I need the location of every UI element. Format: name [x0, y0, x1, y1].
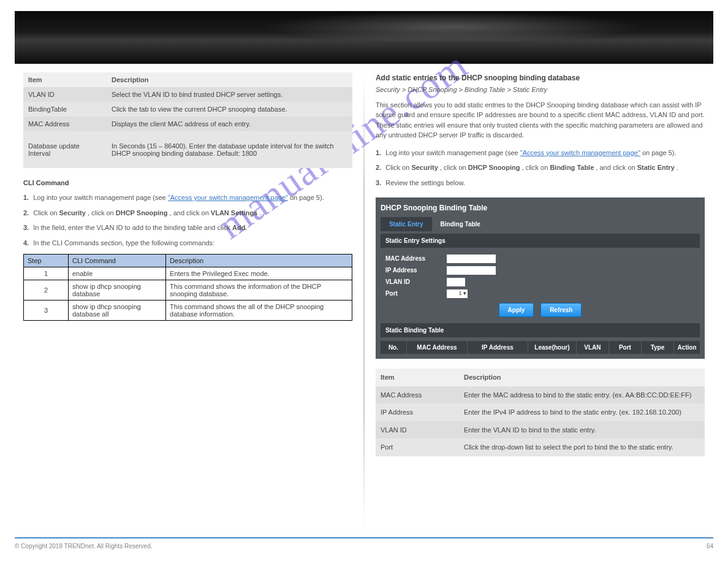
kv-key-1: BindingTable — [23, 102, 107, 117]
grid-step-1: 2 — [24, 280, 69, 301]
grid-cmd-1: show ip dhcp snooping database — [69, 280, 166, 301]
rkv-key-0: MAC Address — [376, 386, 459, 404]
page-banner — [15, 11, 713, 64]
field-label-vlan: VLAN ID — [385, 277, 447, 286]
tab-static-entry[interactable]: Static Entry — [381, 217, 432, 231]
grid-cmd-0: enable — [69, 267, 166, 280]
figure-title: DHCP Snooping Binding Table — [381, 202, 700, 213]
rkv-val-1: Enter the IPv4 IP address to bind to the… — [459, 404, 705, 421]
link-access-mgmt-right[interactable]: "Access your switch management page" — [520, 149, 640, 156]
right-column: Add static entries to the DHCP snooping … — [367, 72, 713, 529]
footer-copyright: © Copyright 2018 TRENDnet. All Rights Re… — [15, 543, 153, 550]
kv-head-desc: Description — [107, 72, 352, 87]
grid-desc-2: This command shows the all of the DHCP s… — [166, 301, 352, 321]
right-step-2: 2. Click on Security , click on DHCP Sno… — [376, 163, 705, 173]
grid-desc-1: This command shows the information of th… — [166, 280, 352, 301]
rkv-val-2: Enter the VLAN ID to bind to the static … — [459, 421, 705, 439]
rkv-key-1: IP Address — [376, 404, 459, 421]
apply-button[interactable]: Apply — [499, 303, 534, 317]
grid-desc-0: Enters the Privileged Exec mode. — [166, 267, 352, 280]
input-mac-address[interactable] — [447, 255, 496, 263]
kv-val-2: Displays the client MAC address of each … — [107, 117, 352, 131]
rkv-head-item: Item — [376, 369, 459, 386]
rkv-head-desc: Description — [459, 369, 705, 386]
grid-head-step: Step — [24, 255, 69, 267]
kv-val-1: Click the tab to view the current DHCP s… — [107, 102, 352, 117]
column-divider — [363, 72, 365, 529]
field-label-ip: IP Address — [385, 266, 447, 275]
field-label-port: Port — [385, 289, 447, 298]
panel-static-binding-table: Static Binding Table — [381, 323, 700, 337]
left-step-1: 1. Log into your switch management page … — [23, 193, 352, 203]
footer-page-number: 64 — [707, 543, 713, 550]
left-step-2: 2. Click on Security , click on DHCP Sno… — [23, 208, 352, 218]
rkv-key-2: VLAN ID — [376, 421, 459, 439]
right-heading-1: Add static entries to the DHCP snooping … — [376, 72, 705, 83]
kv-head-item: Item — [23, 72, 107, 87]
select-port[interactable]: 1 ▾ — [447, 289, 468, 298]
kv-val-3: In Seconds (15 – 86400). Enter the datab… — [107, 131, 352, 168]
right-kv-table: Item Description MAC Address Enter the M… — [376, 369, 705, 456]
tab-binding-table[interactable]: Binding Table — [432, 217, 489, 231]
cli-section-title: CLI Command — [23, 179, 352, 186]
left-step-3: 3. In the field, enter the VLAN ID to ad… — [23, 223, 352, 233]
figure-table-header: No. MAC Address IP Address Lease(hour) V… — [381, 341, 700, 354]
input-vlan-id[interactable] — [447, 278, 465, 286]
kv-key-0: VLAN ID — [23, 87, 107, 102]
kv-val-0: Select the VLAN ID to bind trusted DHCP … — [107, 87, 352, 102]
rkv-key-3: Port — [376, 439, 459, 456]
grid-step-2: 3 — [24, 301, 69, 321]
banner-shine — [259, 11, 643, 43]
rkv-val-3: Click the drop-down list to select the p… — [459, 439, 705, 456]
grid-head-desc: Description — [166, 255, 352, 267]
left-kv-table: Item Description VLAN ID Select the VLAN… — [23, 72, 352, 168]
footer-divider — [15, 537, 713, 538]
right-step-3: 3. Review the settings below. — [376, 178, 705, 188]
input-ip-address[interactable] — [447, 266, 496, 275]
grid-cmd-2: show ip dhcp snooping database all — [69, 301, 166, 321]
field-label-mac: MAC Address — [385, 254, 447, 263]
right-heading-2: Security > DHCP Snooping > Binding Table… — [376, 85, 705, 95]
grid-step-0: 1 — [24, 267, 69, 280]
left-column: Item Description VLAN ID Select the VLAN… — [15, 72, 361, 529]
figure-dhcp-snooping: DHCP Snooping Binding Table Static Entry… — [376, 197, 705, 359]
right-step-1: 1. Log into your switch management page … — [376, 148, 705, 158]
kv-key-3: Database update Interval — [23, 131, 107, 168]
rkv-val-0: Enter the MAC address to bind to the sta… — [459, 386, 705, 404]
grid-head-cmd: CLI Command — [69, 255, 166, 267]
refresh-button[interactable]: Refresh — [540, 303, 582, 317]
left-step-4: 4. In the CLI Commands section, type the… — [23, 238, 352, 248]
kv-key-2: MAC Address — [23, 117, 107, 131]
panel-static-entry-settings: Static Entry Settings — [381, 234, 700, 248]
right-paragraph: This section allows you to add static en… — [376, 100, 705, 140]
cli-grid-table: Step CLI Command Description 1 enable En… — [23, 254, 352, 321]
link-access-mgmt[interactable]: "Access your switch management page" — [168, 194, 288, 201]
